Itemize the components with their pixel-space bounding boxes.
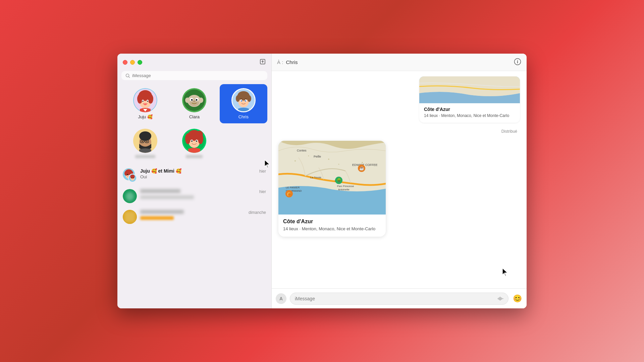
svg-text:EDWIGE COFFEE: EDWIGE COFFEE (352, 163, 378, 167)
contact-man1[interactable] (121, 125, 169, 162)
svg-point-34 (246, 101, 246, 101)
svg-point-6 (137, 94, 143, 104)
blurred-msg-conv2 (140, 195, 194, 199)
fullscreen-button[interactable] (138, 60, 142, 65)
conversation-blurred-3[interactable]: dimanche (119, 206, 270, 227)
avatar-man1 (133, 129, 157, 153)
svg-point-23 (199, 98, 203, 103)
app-store-button[interactable]: A (276, 293, 286, 304)
conversation-blurred-2[interactable]: hier (119, 186, 270, 206)
message-input-wrapper[interactable] (290, 293, 508, 305)
svg-text:☕: ☕ (359, 166, 364, 171)
conv-name-juju: Juju 🥰 et Mimi 🥰 (140, 168, 181, 174)
compose-icon[interactable] (259, 58, 266, 66)
chat-recipient: À : Chris (277, 59, 298, 65)
svg-rect-68 (124, 212, 135, 222)
svg-text:🥐: 🥐 (287, 192, 291, 196)
svg-point-7 (148, 94, 153, 104)
close-button[interactable] (123, 60, 127, 65)
svg-point-33 (241, 101, 242, 101)
svg-rect-94 (499, 297, 499, 300)
avatar-clara (182, 88, 206, 112)
svg-point-41 (146, 141, 148, 142)
svg-point-74 (308, 155, 309, 156)
app-icon: A (279, 296, 283, 301)
conv-time-juju: hier (259, 169, 266, 174)
svg-point-73 (294, 160, 296, 162)
search-icon (125, 73, 130, 78)
svg-point-21 (193, 101, 195, 102)
svg-point-40 (142, 141, 143, 142)
svg-point-52 (196, 140, 197, 142)
avatar-woman1 (182, 129, 206, 153)
minimize-button[interactable] (130, 60, 135, 65)
svg-text:🌳: 🌳 (336, 178, 341, 183)
svg-rect-96 (501, 297, 501, 300)
svg-point-58 (127, 174, 128, 175)
messages-window: Juju 🥰 (117, 54, 527, 308)
map-subtitle-main: 14 lieux · Menton, Monaco, Nice et Monte… (283, 226, 381, 232)
conversation-list: Juju 🥰 et Mimi 🥰 hier Oui (117, 165, 271, 308)
map-image-main: Contes Peille EDWIGE COFFEE La Trinité E… (278, 141, 386, 215)
contact-name-clara: Clara (189, 114, 200, 119)
svg-point-28 (247, 95, 251, 102)
blurred-name-2 (186, 155, 203, 158)
blurred-name-1 (135, 155, 155, 158)
conv-time-blurred-3: dimanche (249, 210, 266, 215)
search-input[interactable] (132, 73, 263, 78)
recipient-name: Chris (286, 59, 298, 65)
map-card-top[interactable]: Côte d'Azur 14 lieux · Menton, Monaco, N… (419, 76, 520, 123)
svg-point-27 (236, 95, 240, 102)
avatar-chris (231, 88, 256, 112)
svg-rect-98 (503, 298, 503, 299)
svg-point-75 (328, 159, 329, 160)
blurred-name-conv2 (140, 189, 180, 193)
svg-point-12 (144, 103, 147, 105)
svg-point-51 (191, 140, 193, 142)
contact-chris[interactable]: Chris (220, 84, 267, 123)
conv-message-juju: Oui (140, 174, 266, 179)
svg-point-37 (139, 131, 151, 141)
contact-name-juju: Juju 🥰 (138, 114, 152, 119)
audio-icon (497, 296, 503, 301)
chat-header: À : Chris (272, 54, 527, 71)
contacts-grid: Juju 🥰 (117, 84, 271, 165)
conversation-juju-mimi[interactable]: Juju 🥰 et Mimi 🥰 hier Oui (119, 165, 270, 186)
conv-content-juju: Juju 🥰 et Mimi 🥰 hier Oui (140, 168, 266, 179)
svg-point-70 (517, 60, 518, 61)
conv-time-blurred-2: hier (259, 189, 266, 194)
svg-point-64 (133, 178, 134, 179)
message-input[interactable] (295, 296, 497, 301)
svg-point-22 (185, 98, 190, 103)
map-subtitle-top: 14 lieux · Menton, Monaco, Nice et Monte… (424, 113, 515, 119)
map-card-main[interactable]: Contes Peille EDWIGE COFFEE La Trinité E… (278, 141, 386, 237)
svg-rect-93 (498, 298, 498, 299)
svg-point-11 (147, 101, 148, 102)
search-bar[interactable] (121, 71, 267, 80)
contact-juju[interactable]: Juju 🥰 (121, 84, 169, 123)
svg-text:Peille: Peille (314, 155, 321, 158)
emoji-icon: 😊 (513, 294, 522, 303)
svg-text:Antoinette: Antoinette (338, 188, 350, 191)
traffic-lights (123, 60, 142, 65)
map-info-top: Côte d'Azur 14 lieux · Menton, Monaco, N… (419, 103, 520, 123)
titlebar (117, 54, 271, 71)
svg-rect-97 (502, 298, 502, 299)
recipient-label: À : (277, 59, 283, 65)
svg-point-20 (196, 99, 198, 101)
contact-woman1[interactable] (170, 125, 218, 162)
contact-clara[interactable]: Clara (170, 84, 218, 123)
info-button[interactable] (514, 58, 521, 67)
conv-content-blurred-2: hier (140, 189, 266, 199)
svg-point-10 (142, 101, 144, 102)
conv-avatar-blurred-2 (123, 189, 137, 203)
svg-text:LE PANIER: LE PANIER (286, 186, 300, 189)
svg-text:La Trinité: La Trinité (310, 176, 321, 179)
svg-point-19 (191, 99, 193, 101)
svg-point-62 (130, 175, 135, 179)
conv-content-blurred-3: dimanche (140, 210, 266, 220)
conv-avatar-group-juju (123, 168, 137, 182)
sidebar: Juju 🥰 (117, 54, 272, 308)
emoji-button[interactable]: 😊 (512, 293, 523, 304)
blurred-name-conv3 (140, 210, 184, 214)
